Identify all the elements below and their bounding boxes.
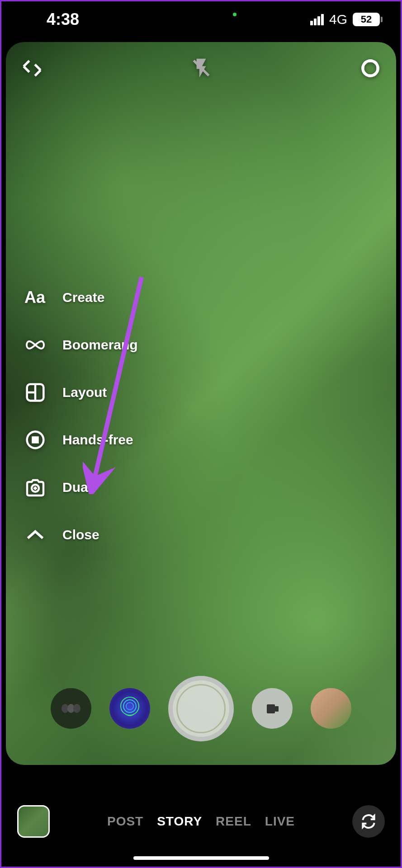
- privacy-indicator-dot: [233, 13, 236, 16]
- text-aa-icon: Aa: [24, 286, 47, 309]
- svg-rect-8: [33, 438, 38, 443]
- clock: 4:38: [47, 10, 79, 29]
- hands-free-label: Hands-free: [62, 432, 133, 448]
- dual-label: Dual: [62, 480, 92, 495]
- chevron-up-icon: [24, 524, 47, 546]
- svg-point-18: [126, 703, 133, 710]
- shutter-button[interactable]: [168, 676, 234, 741]
- signal-strength-icon: [310, 14, 324, 25]
- dual-option[interactable]: Dual: [24, 476, 138, 499]
- layout-option[interactable]: Layout: [24, 381, 138, 404]
- back-arrows-icon[interactable]: [19, 56, 44, 80]
- tab-live[interactable]: LIVE: [265, 814, 295, 829]
- camera-plus-icon: [24, 476, 47, 499]
- battery-indicator: 52: [353, 13, 383, 26]
- tab-story[interactable]: STORY: [157, 814, 202, 829]
- boomerang-option[interactable]: Boomerang: [24, 334, 138, 356]
- svg-point-17: [123, 700, 136, 712]
- create-option[interactable]: Aa Create: [24, 286, 138, 309]
- camera-viewfinder[interactable]: Aa Create Boomerang Layout: [6, 42, 396, 765]
- layout-grid-icon: [24, 381, 47, 404]
- close-label: Close: [62, 527, 99, 542]
- stop-circle-icon: [24, 429, 47, 451]
- tab-post[interactable]: POST: [107, 814, 143, 829]
- battery-level: 52: [353, 13, 380, 26]
- top-controls-bar: [19, 56, 383, 80]
- svg-rect-19: [267, 704, 275, 713]
- svg-point-2: [363, 61, 378, 75]
- effect-option-3[interactable]: [252, 688, 293, 729]
- story-tools-menu: Aa Create Boomerang Layout: [24, 286, 138, 546]
- switch-camera-button[interactable]: [352, 805, 385, 838]
- settings-gear-icon[interactable]: [358, 56, 383, 80]
- close-option[interactable]: Close: [24, 524, 138, 546]
- effects-carousel[interactable]: [6, 675, 396, 742]
- tab-reel[interactable]: REEL: [216, 814, 251, 829]
- effect-option-4[interactable]: [311, 688, 351, 729]
- effect-option-1[interactable]: [51, 688, 91, 729]
- home-indicator[interactable]: [133, 856, 269, 860]
- network-type: 4G: [329, 12, 347, 27]
- status-bar: 4:38 4G 52: [1, 1, 401, 38]
- gallery-thumbnail[interactable]: [17, 805, 50, 838]
- create-label: Create: [62, 290, 104, 305]
- infinity-icon: [24, 334, 47, 356]
- hands-free-option[interactable]: Hands-free: [24, 429, 138, 451]
- layout-label: Layout: [62, 385, 107, 400]
- boomerang-label: Boomerang: [62, 337, 138, 353]
- bottom-bar: POST STORY REEL LIVE: [1, 803, 401, 840]
- svg-rect-20: [275, 706, 279, 712]
- svg-point-15: [73, 704, 80, 713]
- svg-text:Aa: Aa: [24, 288, 46, 307]
- mode-tabs: POST STORY REEL LIVE: [107, 814, 295, 829]
- effect-option-2[interactable]: [109, 688, 150, 729]
- status-right: 4G 52: [310, 12, 383, 27]
- flash-off-icon[interactable]: [189, 56, 213, 80]
